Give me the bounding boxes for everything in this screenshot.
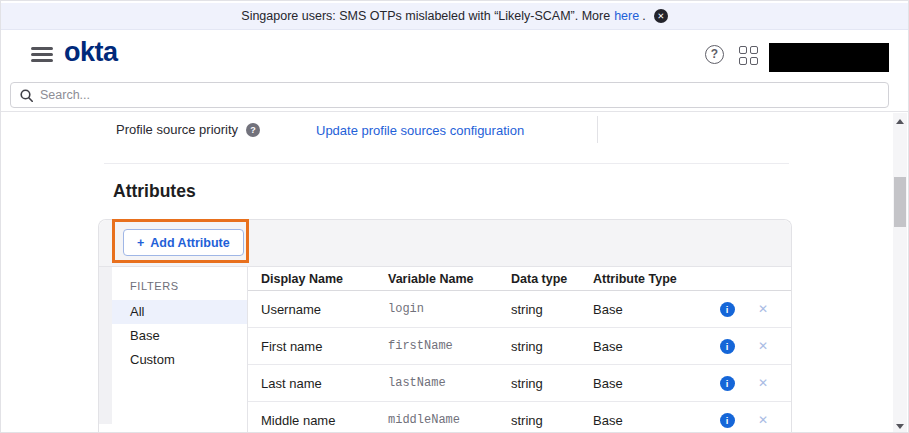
column-header-variable-name: Variable Name [388, 272, 511, 286]
info-icon[interactable]: ? [246, 123, 260, 137]
profile-source-priority-label: Profile source priority ? [116, 122, 260, 137]
cell-display-name: Username [261, 302, 388, 317]
remove-attribute-icon[interactable]: ✕ [758, 413, 768, 427]
cell-data-type: string [511, 376, 593, 391]
remove-attribute-icon[interactable]: ✕ [758, 376, 768, 390]
info-icon[interactable]: i [720, 376, 735, 391]
banner-here-link[interactable]: here [614, 9, 639, 23]
scroll-up-arrow-icon[interactable] [896, 119, 904, 124]
cell-display-name: First name [261, 339, 388, 354]
okta-admin-page: Singapore users: SMS OTPs mislabeled wit… [0, 0, 909, 433]
cell-attribute-type: Base [593, 376, 709, 391]
panel-left-gutter [99, 267, 112, 424]
search-icon [20, 89, 33, 102]
table-row: Last name lastName string Base i ✕ [248, 365, 791, 402]
filters-sidebar: FILTERS All Base Custom [112, 267, 247, 372]
column-header-data-type: Data type [511, 272, 593, 286]
attributes-toolbar: + Add Attribute [99, 220, 791, 267]
filter-item-base[interactable]: Base [112, 324, 247, 348]
cell-data-type: string [511, 302, 593, 317]
cell-data-type: string [511, 339, 593, 354]
filter-item-custom[interactable]: Custom [112, 348, 247, 372]
update-profile-sources-link[interactable]: Update profile sources configuration [316, 123, 524, 138]
filters-label: FILTERS [130, 280, 247, 292]
app-header: okta ? [1, 30, 908, 78]
cell-variable-name: lastName [388, 376, 511, 390]
cell-variable-name: login [388, 302, 511, 316]
cell-display-name: Last name [261, 376, 388, 391]
hamburger-menu-icon[interactable] [31, 47, 53, 62]
cell-data-type: string [511, 413, 593, 428]
table-row: Username login string Base i ✕ [248, 291, 791, 328]
filter-item-all[interactable]: All [112, 300, 247, 324]
add-attribute-label: Add Attribute [150, 236, 229, 250]
table-row: Middle name middleName string Base i ✕ [248, 402, 791, 433]
attributes-heading: Attributes [113, 181, 196, 202]
banner-message-suffix: . [642, 9, 645, 23]
search-box[interactable] [10, 82, 889, 108]
section-divider [104, 163, 789, 164]
scrollbar-thumb[interactable] [894, 177, 906, 227]
plus-icon: + [137, 236, 144, 250]
column-divider [597, 116, 598, 143]
cell-attribute-type: Base [593, 413, 709, 428]
info-icon[interactable]: i [720, 413, 735, 428]
search-bar-row [1, 78, 908, 112]
vertical-scrollbar[interactable] [893, 113, 907, 433]
search-input[interactable] [40, 88, 888, 102]
cell-variable-name: middleName [388, 413, 511, 427]
table-row: First name firstName string Base i ✕ [248, 328, 791, 365]
cell-display-name: Middle name [261, 413, 388, 428]
remove-attribute-icon[interactable]: ✕ [758, 302, 768, 316]
account-menu-redacted[interactable] [769, 43, 889, 72]
attributes-table: Display Name Variable Name Data type Att… [248, 267, 791, 433]
info-icon[interactable]: i [720, 302, 735, 317]
add-attribute-button[interactable]: + Add Attribute [123, 229, 244, 256]
apps-grid-icon[interactable] [739, 46, 759, 64]
attributes-panel: + Add Attribute FILTERS All Base Custom … [98, 219, 792, 433]
banner-message: Singapore users: SMS OTPs mislabeled wit… [241, 9, 610, 23]
notification-banner: Singapore users: SMS OTPs mislabeled wit… [1, 3, 908, 30]
cell-variable-name: firstName [388, 339, 511, 353]
info-icon[interactable]: i [720, 339, 735, 354]
cell-attribute-type: Base [593, 339, 709, 354]
scroll-down-arrow-icon[interactable] [896, 424, 904, 429]
banner-close-icon[interactable]: ✕ [654, 9, 668, 23]
cell-attribute-type: Base [593, 302, 709, 317]
remove-attribute-icon[interactable]: ✕ [758, 339, 768, 353]
column-header-display-name: Display Name [261, 272, 388, 286]
help-icon[interactable]: ? [705, 45, 724, 64]
column-header-attribute-type: Attribute Type [593, 272, 709, 286]
okta-logo[interactable]: okta [64, 37, 118, 68]
table-header-row: Display Name Variable Name Data type Att… [248, 267, 791, 291]
